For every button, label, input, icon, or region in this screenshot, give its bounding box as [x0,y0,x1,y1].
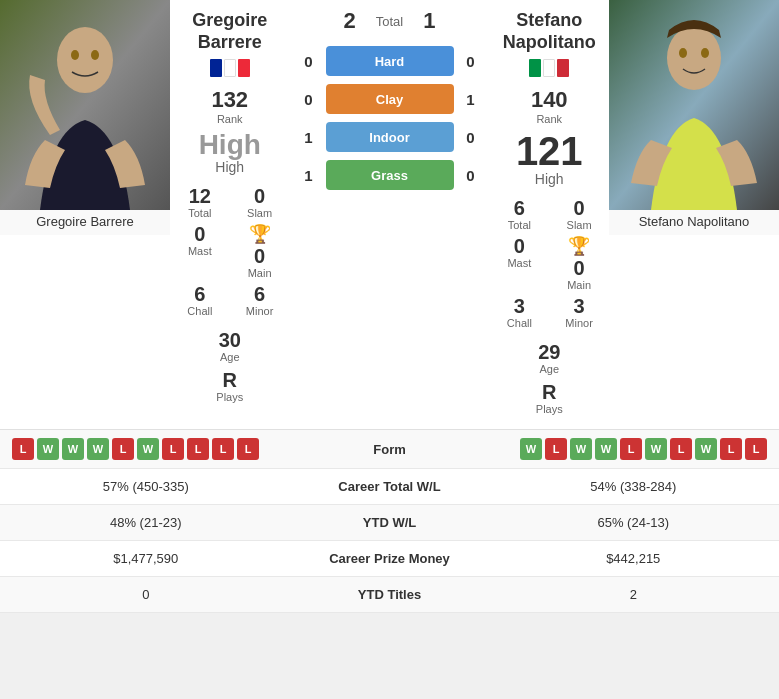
left-main-value: 0 [254,245,265,267]
clay-left-score: 0 [300,91,318,108]
svg-point-7 [701,48,709,58]
left-plays-block: R Plays [216,369,243,403]
left-main-label: Main [248,267,272,279]
left-total-block: 12 Total [176,185,224,219]
right-slam-block: 0 Slam [555,197,603,231]
form-row: LWWWLWLLLL Form WLWWLWLWLL [0,430,779,469]
form-badge: L [112,438,134,460]
form-badge: L [187,438,209,460]
left-minor-block: 6 Minor [236,283,284,317]
form-badge: W [695,438,717,460]
right-flag [529,59,569,77]
hard-left-score: 0 [300,53,318,70]
right-total-block: 6 Total [496,197,544,231]
right-high-label: High [535,171,564,187]
indoor-left-score: 1 [300,129,318,146]
svg-point-5 [667,26,721,90]
left-high-block: High High [199,131,261,175]
grass-left-score: 1 [300,167,318,184]
right-total-value: 6 [514,197,525,219]
right-minor-block: 3 Minor [555,295,603,329]
hard-button: Hard [326,46,454,76]
right-age-value: 29 [538,341,560,363]
left-flag [210,59,250,77]
stats-row-label: Career Total W/L [280,479,500,494]
right-high-block: 121 High [516,131,583,187]
left-mast-label: Mast [188,245,212,257]
stats-row-right-value: $442,215 [500,551,768,566]
right-age-plays: 29 Age R Plays [536,335,563,415]
left-player-name-below: Gregoire Barrere [0,210,170,235]
right-total-label: Total [508,219,531,231]
left-player-name-text: Gregoire Barrere [36,214,134,229]
left-player-heading: Gregoire Barrere [192,10,267,53]
svg-point-1 [57,27,113,93]
left-total-value: 12 [189,185,211,207]
right-mast-label: Mast [507,257,531,269]
form-badge: L [670,438,692,460]
stats-row-left-value: $1,477,590 [12,551,280,566]
left-age-plays: 30 Age R Plays [216,323,243,403]
left-high-value: High [199,131,261,159]
right-rank-value: 140 [531,87,568,113]
right-minor-label: Minor [565,317,593,329]
surface-row-hard: 0 Hard 0 [300,46,480,76]
hard-right-score: 0 [462,53,480,70]
right-chall-label: Chall [507,317,532,329]
left-total-label: Total [188,207,211,219]
center-section: 2 Total 1 0 Hard 0 0 Clay 1 [290,0,490,198]
stats-row: 48% (21-23)YTD W/L65% (24-13) [0,505,779,541]
form-badge: W [645,438,667,460]
left-age-label: Age [220,351,240,363]
stats-row-right-value: 54% (338-284) [500,479,768,494]
right-player-name-below: Stefano Napolitano [609,210,779,235]
stats-row-label: YTD Titles [280,587,500,602]
surface-rows: 0 Hard 0 0 Clay 1 1 Indoor 0 [300,46,480,190]
stats-row-left-value: 0 [12,587,280,602]
left-slam-block: 0 Slam [236,185,284,219]
flag-red [238,59,250,77]
right-stats-col: Stefano Napolitano 140 Rank 121 High 6 T… [490,0,610,425]
left-minor-value: 6 [254,283,265,305]
flag-white2 [543,59,555,77]
flag-white [224,59,236,77]
left-player-col: Gregoire Barrere [0,0,170,235]
form-badge: W [87,438,109,460]
form-badge: W [37,438,59,460]
right-mast-block: 0 Mast [496,235,544,291]
right-main-value: 0 [574,257,585,279]
form-badge: L [162,438,184,460]
svg-point-6 [679,48,687,58]
center-total-label: Total [376,14,403,29]
bottom-section: LWWWLWLLLL Form WLWWLWLWLL 57% (450-335)… [0,429,779,613]
left-form-badges: LWWWLWLLLL [12,438,330,460]
right-plays-block: R Plays [536,381,563,415]
total-row: 2 Total 1 [344,8,436,34]
form-badge: L [620,438,642,460]
right-mast-value: 0 [514,235,525,257]
surface-row-grass: 1 Grass 0 [300,160,480,190]
right-slam-label: Slam [567,219,592,231]
form-badge: L [720,438,742,460]
center-left-score: 2 [344,8,356,34]
form-badge: L [212,438,234,460]
grass-right-score: 0 [462,167,480,184]
surface-row-indoor: 1 Indoor 0 [300,122,480,152]
left-slam-value: 0 [254,185,265,207]
center-right-score: 1 [423,8,435,34]
form-badge: L [545,438,567,460]
right-chall-value: 3 [514,295,525,317]
right-age-label: Age [539,363,559,375]
stats-row-label: YTD W/L [280,515,500,530]
svg-point-2 [71,50,79,60]
left-mast-value: 0 [194,223,205,245]
stats-row: $1,477,590Career Prize Money$442,215 [0,541,779,577]
surface-row-clay: 0 Clay 1 [300,84,480,114]
right-player-photo [609,0,779,210]
left-mast-block: 0 Mast [176,223,224,279]
right-main-label: Main [567,279,591,291]
stats-row-label: Career Prize Money [280,551,500,566]
stats-row-right-value: 2 [500,587,768,602]
left-high-label: High [215,159,244,175]
form-badge: W [595,438,617,460]
